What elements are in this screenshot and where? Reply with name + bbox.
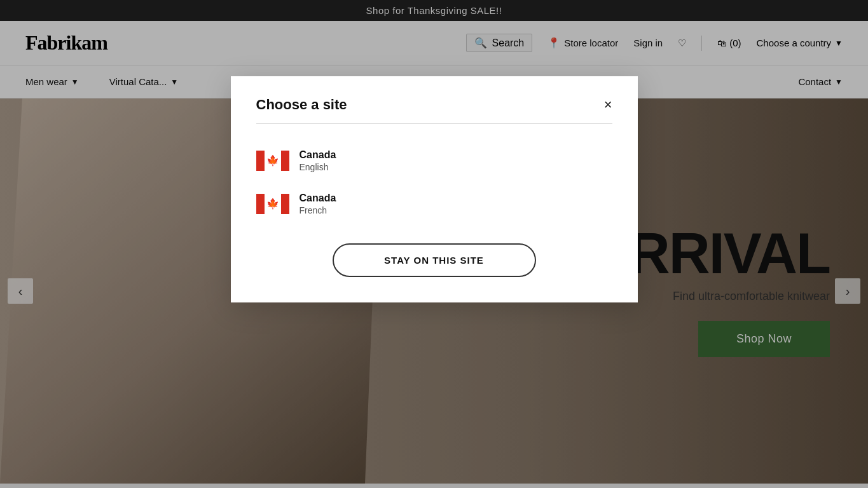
maple-leaf-icon: 🍁 xyxy=(266,199,279,209)
stay-on-site-button[interactable]: STAY ON THIS SITE xyxy=(333,243,536,277)
country-option-canada-french[interactable]: 🍁 Canada French xyxy=(256,182,612,226)
country-lang-english: English xyxy=(300,162,336,172)
country-info-english: Canada English xyxy=(300,149,336,172)
modal-title: Choose a site xyxy=(256,97,347,113)
choose-site-modal: Choose a site × 🍁 Canada English 🍁 xyxy=(231,76,638,302)
modal-header: Choose a site × xyxy=(256,97,612,124)
country-name-french: Canada xyxy=(300,193,336,204)
modal-overlay: Choose a site × 🍁 Canada English 🍁 xyxy=(0,0,868,488)
country-option-canada-english[interactable]: 🍁 Canada English xyxy=(256,139,612,182)
canada-flag-english: 🍁 xyxy=(256,151,289,171)
modal-close-button[interactable]: × xyxy=(604,98,612,112)
country-lang-french: French xyxy=(300,205,336,215)
maple-leaf-icon: 🍁 xyxy=(266,156,279,166)
country-name-english: Canada xyxy=(300,149,336,161)
country-info-french: Canada French xyxy=(300,193,336,215)
canada-flag-french: 🍁 xyxy=(256,194,289,214)
